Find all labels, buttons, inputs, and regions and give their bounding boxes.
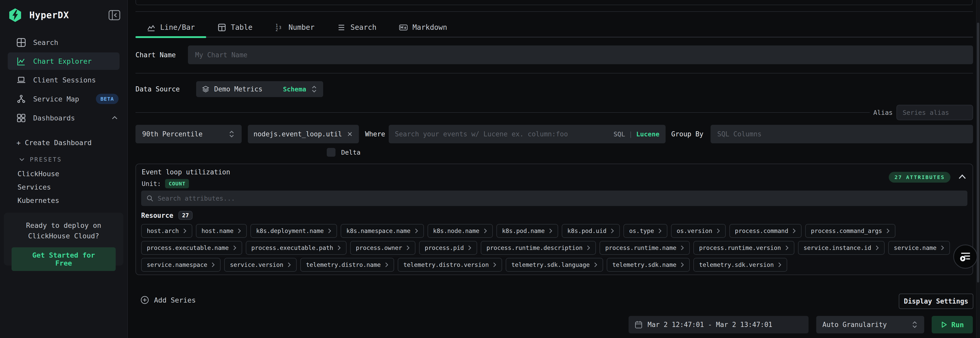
display-settings-button[interactable]: Display Settings <box>899 294 973 309</box>
list-icon <box>337 23 346 32</box>
aggregation-select[interactable]: 90th Percentile <box>135 125 242 143</box>
attribute-chip[interactable]: process.command_args <box>805 224 896 238</box>
attribute-chip[interactable]: k8s.pod.name <box>496 224 558 238</box>
chevron-right-icon <box>211 262 215 268</box>
attribute-chip[interactable]: telemetry.distro.version <box>398 258 502 272</box>
preset-item[interactable]: ClickHouse <box>18 167 122 180</box>
where-field: SQL | Lucene <box>389 125 666 143</box>
attribute-chip[interactable]: service.version <box>224 258 297 272</box>
tab-label: Table <box>231 23 253 32</box>
metric-chip[interactable]: nodejs.event_loop.util <box>248 125 359 143</box>
tab-markdown[interactable]: Markdown <box>388 18 458 37</box>
chevron-right-icon <box>183 228 187 234</box>
sidebar-item-dashboards[interactable]: Dashboards <box>0 109 127 127</box>
sidebar-item-chart-explorer[interactable]: Chart Explorer <box>8 52 119 70</box>
attribute-chip[interactable]: process.pid <box>419 241 477 255</box>
preset-item[interactable]: Kubernetes <box>18 194 122 207</box>
tab-number[interactable]: 123 Number <box>264 18 326 37</box>
chart-name-input[interactable] <box>195 51 966 59</box>
attribute-chip[interactable]: telemetry.sdk.name <box>607 258 690 272</box>
attribute-chip[interactable]: process.owner <box>350 241 415 255</box>
search-icon <box>146 195 153 202</box>
time-range-picker[interactable]: Mar 2 12:47:01 - Mar 2 13:47:01 <box>628 316 808 333</box>
divider <box>135 73 973 73</box>
tab-table[interactable]: Table <box>206 18 264 37</box>
attribute-chips: host.arch host.name k8s.deployment.name … <box>141 224 969 275</box>
attribute-chip[interactable]: host.arch <box>141 224 192 238</box>
unit-label: Unit: <box>142 180 161 187</box>
granularity-select[interactable]: Auto Granularity <box>816 316 924 333</box>
where-search-input[interactable] <box>395 130 609 138</box>
delta-checkbox[interactable] <box>327 148 336 157</box>
attribute-chip[interactable]: os.type <box>624 224 667 238</box>
chevron-right-icon <box>658 228 662 234</box>
chart-options-fab[interactable] <box>953 244 977 269</box>
brand-name: HyperDX <box>29 10 69 20</box>
attribute-chip[interactable]: service.instance.id <box>798 241 885 255</box>
data-source-select[interactable]: Demo Metrics Schema <box>196 81 323 97</box>
attribute-chip[interactable]: k8s.node.name <box>428 224 493 238</box>
attribute-chip[interactable]: process.executable.name <box>141 241 242 255</box>
attribute-search-input[interactable] <box>158 195 962 202</box>
chart-name-label: Chart Name <box>135 46 176 64</box>
schema-link[interactable]: Schema <box>283 86 306 93</box>
close-icon[interactable] <box>347 131 353 137</box>
chevron-right-icon <box>941 245 944 251</box>
filter-list-icon <box>959 251 972 263</box>
presets-section-toggle[interactable]: PRESETS <box>19 156 62 163</box>
group-by-input[interactable] <box>717 130 966 138</box>
query-language-toggle: SQL | Lucene <box>613 130 659 138</box>
attribute-chip[interactable]: k8s.deployment.name <box>250 224 337 238</box>
chevron-updown-icon <box>228 130 235 138</box>
attribute-chip[interactable]: process.runtime.version <box>694 241 794 255</box>
attribute-chip[interactable]: os.version <box>671 224 725 238</box>
tab-line-bar[interactable]: Line/Bar <box>135 18 206 37</box>
attribute-chip[interactable]: k8s.namespace.name <box>340 224 424 238</box>
attribute-chip[interactable]: k8s.pod.uid <box>562 224 620 238</box>
sidebar-item-client-sessions[interactable]: Client Sessions <box>0 71 127 89</box>
alias-input[interactable] <box>903 109 967 116</box>
resource-group-label: Resource <box>141 212 173 219</box>
sidebar: HyperDX Search Chart Explorer Client Ses… <box>0 0 128 338</box>
sidebar-item-search[interactable]: Search <box>0 33 127 51</box>
collapse-sidebar-icon[interactable] <box>108 10 121 21</box>
create-dashboard-button[interactable]: + Create Dashboard <box>16 139 92 147</box>
preset-item[interactable]: Services <box>18 180 122 194</box>
attribute-chip[interactable]: telemetry.sdk.version <box>694 258 787 272</box>
attribute-chip[interactable]: telemetry.sdk.language <box>506 258 603 272</box>
resource-count-badge: 27 <box>178 211 192 220</box>
sidebar-item-service-map[interactable]: Service Map BETA <box>0 90 127 108</box>
sidebar-item-label: Chart Explorer <box>33 57 92 65</box>
sql-toggle[interactable]: SQL <box>613 130 625 138</box>
run-button[interactable]: Run <box>932 316 973 333</box>
chevron-right-icon <box>233 245 237 251</box>
chevron-right-icon <box>328 228 331 234</box>
add-series-button[interactable]: Add Series <box>140 295 196 305</box>
page-scrollbar <box>976 0 980 338</box>
attribute-chip[interactable]: process.executable.path <box>246 241 347 255</box>
calendar-icon <box>635 321 643 329</box>
attribute-chip[interactable]: service.namespace <box>141 258 221 272</box>
chevron-right-icon <box>716 228 720 234</box>
main-content: Line/Bar Table 123 Number Search Markdow… <box>128 0 976 338</box>
table-icon <box>218 23 226 32</box>
attribute-chip[interactable]: process.runtime.description <box>481 241 596 255</box>
attribute-chip[interactable]: process.runtime.name <box>600 241 690 255</box>
scrollbar-thumb[interactable] <box>977 22 979 282</box>
alias-label: Alias <box>873 105 892 120</box>
beta-badge: BETA <box>96 94 119 104</box>
attribute-chip[interactable]: service.name <box>888 241 950 255</box>
number-123-icon: 123 <box>275 23 284 32</box>
chevron-right-icon <box>681 262 684 268</box>
attribute-chip-row: process.executable.name process.executab… <box>141 241 969 255</box>
attribute-chip[interactable]: telemetry.distro.name <box>300 258 394 272</box>
tab-search[interactable]: Search <box>326 18 388 37</box>
area-chart-icon <box>147 23 156 32</box>
metric-attributes-panel: Event loop utilization Unit: COUNT 27 AT… <box>135 163 973 275</box>
lucene-toggle[interactable]: Lucene <box>636 130 659 138</box>
get-started-button[interactable]: Get Started for Free <box>11 248 116 271</box>
attribute-chip[interactable]: host.name <box>196 224 247 238</box>
chevron-up-icon[interactable] <box>958 173 966 180</box>
attribute-chip[interactable]: process.command <box>729 224 802 238</box>
attribute-chip-row: service.namespace service.version teleme… <box>141 258 969 272</box>
